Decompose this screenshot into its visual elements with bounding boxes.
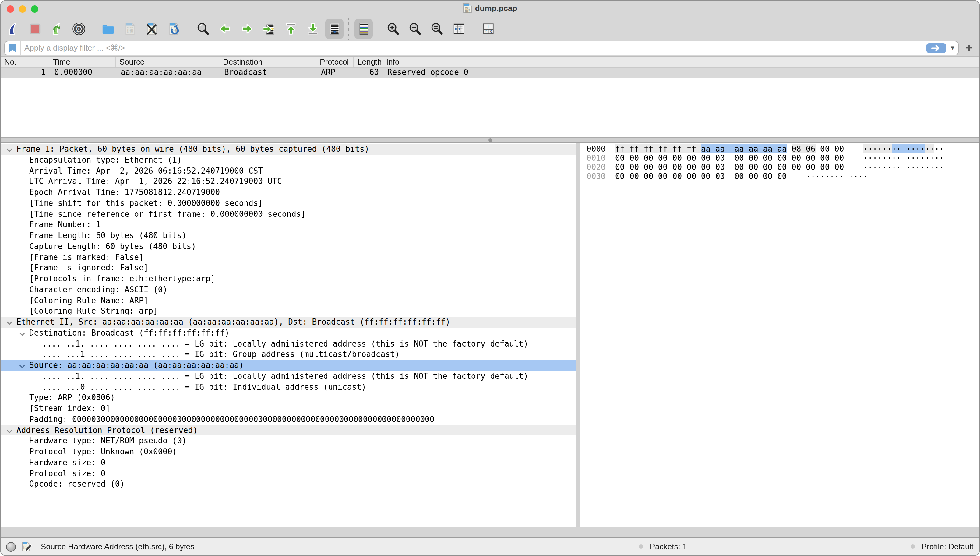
capture-comment-button[interactable]: 01010110 [22, 538, 32, 555]
doc-reload-icon: 010100110101110 [167, 22, 181, 36]
tree-item-row[interactable]: Encapsulation type: Ethernet (1) [1, 155, 576, 166]
stop-capture-button[interactable] [26, 19, 44, 38]
auto-scroll-button[interactable] [325, 19, 343, 39]
tree-row-text: [Protocols in frame: eth:ethertype:arp] [29, 274, 215, 283]
column-header-info[interactable]: Info [383, 57, 979, 67]
tree-row-text: Source: aa:aa:aa:aa:aa:aa (aa:aa:aa:aa:a… [29, 360, 244, 370]
column-header-source[interactable]: Source [116, 57, 219, 67]
add-filter-button-button[interactable]: + [962, 41, 976, 55]
find-packet-button[interactable] [194, 19, 212, 38]
packet-cell-destination: Broadcast [219, 68, 316, 78]
zoom-reset-button[interactable] [428, 19, 446, 38]
tree-row-text: Protocol size: 0 [29, 469, 105, 478]
tree-item-row[interactable]: [Coloring Rule Name: ARP] [1, 295, 576, 306]
resize-columns-icon [452, 22, 466, 36]
fin-start-icon [6, 22, 20, 36]
packet-list-row[interactable]: 10.000000aa:aa:aa:aa:aa:aaBroadcastARP60… [1, 68, 979, 78]
zoom-in-button[interactable] [384, 19, 402, 38]
tree-item-row[interactable]: [Coloring Rule String: arp] [1, 306, 576, 317]
tree-item-row[interactable]: .... ..1. .... .... .... .... = LG bit: … [1, 338, 576, 349]
expert-info-button[interactable] [6, 538, 16, 555]
packet-bytes-pane: 0000 ff ff ff ff ff ff aa aa aa aa aa aa… [581, 142, 979, 527]
reload-file-button[interactable]: 010100110101110 [165, 19, 183, 38]
packet-detail-pane: Frame 1: Packet, 60 bytes on wire (480 b… [1, 142, 576, 527]
tree-item-row[interactable]: Frame Length: 60 bytes (480 bits) [1, 230, 576, 241]
tree-item-row[interactable]: .... ...1 .... .... .... .... = IG bit: … [1, 349, 576, 360]
save-file-button[interactable]: 010100110101110 [121, 19, 139, 38]
tree-item-row[interactable]: Hardware type: NET/ROM pseudo (0) [1, 436, 576, 447]
tree-row-text: .... ..1. .... .... .... .... = LG bit: … [42, 339, 528, 348]
tree-item-row[interactable]: Frame Number: 1 [1, 220, 576, 231]
colorize-button[interactable] [354, 19, 373, 39]
display-filter-field[interactable]: ▼ [4, 40, 959, 55]
horizontal-splitter[interactable] [1, 137, 979, 142]
display-filter-input[interactable] [21, 43, 927, 52]
hex-bytes: 00 00 00 00 00 00 00 00 00 00 00 00 [615, 172, 787, 181]
first-packet-button[interactable] [281, 19, 300, 38]
go-to-packet-button[interactable] [259, 19, 278, 38]
column-header-no[interactable]: No. [1, 57, 49, 67]
tree-section-row[interactable]: Frame 1: Packet, 60 bytes on wire (480 b… [1, 144, 576, 155]
vertical-splitter[interactable] [576, 142, 581, 527]
tree-item-row[interactable]: Protocol type: Unknown (0x0000) [1, 446, 576, 457]
next-packet-button[interactable] [238, 19, 256, 38]
capture-options-button[interactable]: ⚙ [70, 19, 88, 38]
column-header-time[interactable]: Time [49, 57, 116, 67]
layout-button[interactable]: 123 [479, 19, 497, 38]
tree-section-row[interactable]: Address Resolution Protocol (reserved) [1, 425, 576, 436]
column-header-protocol[interactable]: Protocol [316, 57, 354, 67]
tree-item-row[interactable]: Arrival Time: Apr 2, 2026 06:16:52.24071… [1, 165, 576, 176]
hex-row[interactable]: 0030 00 00 00 00 00 00 00 00 00 00 00 00… [581, 172, 979, 181]
tree-item-row[interactable]: [Protocols in frame: eth:ethertype:arp] [1, 273, 576, 284]
tree-row-text: Hardware type: NET/ROM pseudo (0) [29, 436, 187, 446]
column-header-destination[interactable]: Destination [219, 57, 316, 67]
hex-bytes: aa aa aa aa aa aa [701, 144, 787, 154]
last-packet-button[interactable] [303, 19, 322, 38]
tree-item-row[interactable]: Protocol size: 0 [1, 468, 576, 479]
tree-row-text: Frame Length: 60 bytes (480 bits) [29, 231, 187, 240]
hex-offset: 0010 [587, 154, 606, 163]
tree-item-row[interactable]: Character encoding: ASCII (0) [1, 284, 576, 295]
tree-item-row[interactable]: Padding: 0000000000000000000000000000000… [1, 414, 576, 425]
tree-section-row[interactable]: Ethernet II, Src: aa:aa:aa:aa:aa:aa (aa:… [1, 317, 576, 328]
toolbar: ⚙010100110101110010100110101110010100110… [1, 18, 979, 40]
apply-filter-button[interactable] [927, 43, 946, 53]
tree-item-row[interactable]: .... ..1. .... .... .... .... = LG bit: … [1, 371, 576, 382]
tree-item-row[interactable]: [Stream index: 0] [1, 403, 576, 414]
tree-item-row[interactable]: [Frame is ignored: False] [1, 263, 576, 274]
tree-item-row[interactable]: Type: ARP (0x0806) [1, 393, 576, 404]
tree-item-row[interactable]: Hardware size: 0 [1, 457, 576, 468]
filter-bookmark-icon[interactable] [5, 41, 21, 55]
zoom-out-button[interactable] [406, 19, 424, 38]
tree-item-row[interactable]: Epoch Arrival Time: 1775081812.240719000 [1, 187, 576, 198]
hex-row[interactable]: 0010 00 00 00 00 00 00 00 00 00 00 00 00… [581, 154, 979, 163]
layout-123-icon: 123 [481, 22, 495, 36]
column-header-length[interactable]: Length [354, 57, 383, 67]
tree-row-text: Opcode: reserved (0) [29, 480, 125, 489]
tree-item-row[interactable]: Opcode: reserved (0) [1, 479, 576, 490]
tree-item-row[interactable]: Source: aa:aa:aa:aa:aa:aa (aa:aa:aa:aa:a… [1, 360, 576, 371]
tree-item-row[interactable]: [Time since reference or first frame: 0.… [1, 208, 576, 220]
resize-columns-button[interactable] [450, 19, 468, 38]
restart-capture-button[interactable] [47, 19, 66, 38]
tree-item-row[interactable]: .... ...0 .... .... .... .... = IG bit: … [1, 381, 576, 393]
tree-item-row[interactable]: [Time shift for this packet: 0.000000000… [1, 198, 576, 209]
svg-text:3: 3 [489, 29, 492, 34]
hex-row[interactable]: 0020 00 00 00 00 00 00 00 00 00 00 00 00… [581, 163, 979, 172]
profile-text[interactable]: Profile: Default [922, 538, 974, 555]
tree-item-row[interactable]: Capture Length: 60 bytes (480 bits) [1, 241, 576, 252]
start-capture-button[interactable] [4, 19, 22, 38]
gear-icon: ⚙ [71, 22, 86, 36]
close-file-button[interactable]: 010100110101110 [142, 19, 161, 38]
tree-row-text: Arrival Time: Apr 2, 2026 06:16:52.24071… [29, 166, 263, 175]
svg-text:0111: 0111 [465, 11, 470, 13]
tree-item-row[interactable]: UTC Arrival Time: Apr 1, 2026 22:16:52.2… [1, 176, 576, 187]
hex-row[interactable]: 0000 ff ff ff ff ff ff aa aa aa aa aa aa… [581, 144, 979, 154]
packet-cell-protocol: ARP [316, 68, 354, 78]
previous-packet-button[interactable] [216, 19, 234, 38]
open-file-button[interactable] [99, 19, 117, 38]
tree-item-row[interactable]: [Frame is marked: False] [1, 252, 576, 263]
tree-item-row[interactable]: Destination: Broadcast (ff:ff:ff:ff:ff:f… [1, 328, 576, 339]
splitter-handle[interactable] [488, 138, 492, 142]
filter-dropdown-chevron-icon[interactable]: ▼ [947, 44, 958, 51]
